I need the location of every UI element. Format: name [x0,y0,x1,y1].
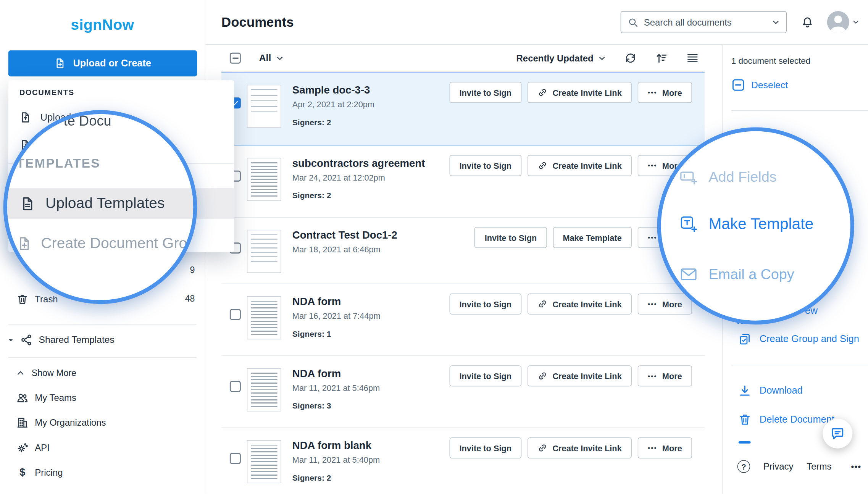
document-thumbnail[interactable] [247,296,281,339]
filter-label: All [259,53,271,64]
document-signers: Signers: 3 [292,401,380,410]
caret-down-icon[interactable] [8,337,14,343]
ellipsis-icon: ••• [648,444,657,452]
download-button[interactable]: Download [739,384,803,397]
make-template-button[interactable]: Make Template [553,227,632,248]
filter-dropdown[interactable]: All [259,53,283,64]
create-group-and-sign-button[interactable]: Create Group and Sign [739,333,859,345]
privacy-link[interactable]: Privacy [763,461,793,472]
search-input[interactable] [644,17,767,27]
link-icon [537,443,547,453]
invite-to-sign-button[interactable]: Invite to Sign [449,437,521,458]
search-scope-caret-icon[interactable] [772,19,779,26]
ellipsis-icon: ••• [648,372,657,380]
sort-order-icon[interactable] [655,52,668,64]
document-date: Apr 2, 2021 at 2:20pm [292,100,374,109]
more-button[interactable]: •••More [638,365,692,386]
divider [731,365,868,365]
chevron-down-icon [276,55,283,62]
document-group-icon [739,333,752,345]
divider [8,357,197,357]
document-title[interactable]: NDA form [292,295,381,308]
document-date: Mar 11, 2021 at 5:46pm [292,383,380,393]
magnified-upload-templates-item[interactable]: Upload Templates [3,188,197,219]
document-thumbnail[interactable] [247,368,281,411]
api-label: API [35,442,50,453]
document-row[interactable]: NDA form Mar 16, 2021 at 7:44pm Signers:… [221,284,705,356]
delete-document-button[interactable]: Delete Document [739,413,834,426]
document-row[interactable]: subcontractors agreement Mar 24, 2021 at… [221,145,705,218]
sidebar-item-my-teams[interactable]: My Teams [0,385,205,410]
menu-section-documents: DOCUMENTS [19,88,74,97]
email-a-copy-action[interactable]: Email a Copy [680,265,794,283]
document-title[interactable]: NDA form blank [292,439,380,452]
chat-support-fab[interactable] [823,418,852,448]
document-title[interactable]: subcontractors agreement [292,157,425,170]
notifications-bell-icon[interactable] [801,16,814,28]
signnow-logo: signNow [0,0,205,34]
user-avatar[interactable] [827,11,849,33]
document-row[interactable]: NDA form Mar 11, 2021 at 5:46pm Signers:… [221,356,705,428]
refresh-icon[interactable] [624,52,637,64]
invite-to-sign-button[interactable]: Invite to Sign [475,227,547,248]
create-invite-link-button[interactable]: Create Invite Link [528,82,632,103]
ellipsis-icon: ••• [648,161,657,169]
document-title[interactable]: NDA form [292,367,380,381]
document-thumbnail[interactable] [247,158,281,201]
row-checkbox[interactable] [230,381,241,392]
terms-link[interactable]: Terms [807,461,831,472]
document-thumbnail[interactable] [247,85,281,128]
create-invite-link-button[interactable]: Create Invite Link [528,365,632,386]
create-invite-link-button[interactable]: Create Invite Link [528,155,632,176]
create-invite-link-button[interactable]: Create Invite Link [528,294,632,315]
footer-overflow-menu[interactable]: ••• [851,462,861,471]
upload-or-create-button[interactable]: Upload or Create [8,50,197,76]
document-thumbnail[interactable] [247,440,281,483]
sort-dropdown[interactable]: Recently Updated [516,53,606,64]
magnifier-loupe-right: Add Fields Make Template Email a Copy [657,128,854,324]
document-signers: Signers: 2 [292,191,425,200]
upload-or-create-label: Upload or Create [73,58,151,69]
building-icon [17,417,28,428]
select-all-checkbox[interactable] [230,53,241,64]
link-icon [537,87,547,97]
invite-to-sign-button[interactable]: Invite to Sign [449,294,521,315]
document-row[interactable]: Contract Test Doc1-2 Mar 18, 2021 at 6:4… [221,218,705,284]
deselect-button[interactable]: Deselect [731,78,788,92]
row-checkbox[interactable] [230,309,241,320]
document-title[interactable]: Contract Test Doc1-2 [292,229,397,242]
create-invite-link-button[interactable]: Create Invite Link [528,437,632,458]
row-density-icon[interactable] [686,52,699,64]
account-caret-icon[interactable] [852,19,859,25]
document-row[interactable]: NDA form blank Mar 11, 2021 at 5:40pm Si… [221,428,705,494]
sidebar-item-my-organizations[interactable]: My Organizations [0,410,205,435]
document-date: Mar 11, 2021 at 5:40pm [292,455,380,465]
document-signers: Signers: 1 [292,329,381,338]
show-more-toggle[interactable]: Show More [0,363,205,383]
my-teams-label: My Teams [35,392,76,403]
invite-to-sign-button[interactable]: Invite to Sign [449,82,521,103]
sidebar-item-api[interactable]: API [0,435,205,460]
help-icon[interactable]: ? [737,460,750,473]
document-thumbnail[interactable] [247,230,281,273]
more-button[interactable]: •••More [638,82,692,103]
invite-to-sign-button[interactable]: Invite to Sign [449,365,521,386]
show-more-label: Show More [32,368,76,378]
search-box[interactable] [621,11,787,33]
ellipsis-icon: ••• [648,234,657,241]
panel-footer: ? Privacy Terms ••• [737,460,862,473]
invite-to-sign-button[interactable]: Invite to Sign [449,155,521,176]
more-button[interactable]: •••More [638,437,692,458]
indeterminate-mark [232,57,238,59]
more-button[interactable]: •••More [638,294,692,315]
trash-icon [739,413,752,426]
magnified-create-document-group-item[interactable]: Create Document Group [17,235,197,252]
document-title[interactable]: Sample doc-3-3 [292,84,374,97]
make-template-action[interactable]: Make Template [680,215,813,233]
document-upload-icon [19,111,32,124]
row-checkbox[interactable] [230,453,241,464]
add-fields-action[interactable]: Add Fields [680,168,777,185]
document-row[interactable]: Sample doc-3-3 Apr 2, 2021 at 2:20pm Sig… [221,72,705,146]
sidebar-item-shared-templates[interactable]: Shared Templates [0,328,205,352]
sidebar-item-pricing[interactable]: $ Pricing [0,460,205,484]
